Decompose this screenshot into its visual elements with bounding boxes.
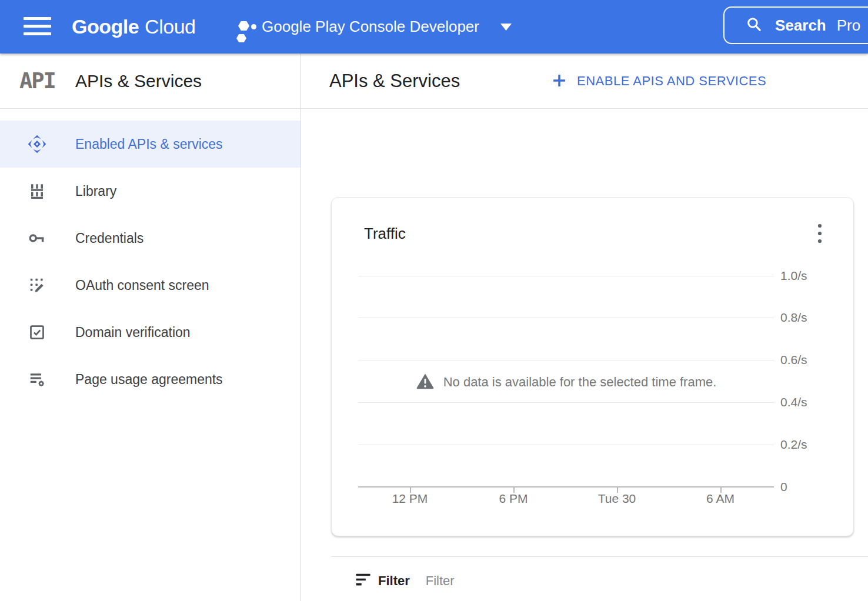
- y-tick-label: 0.2/s: [780, 437, 807, 452]
- divider: [331, 556, 868, 557]
- warning-icon: [416, 372, 435, 392]
- sidebar-item-credentials[interactable]: Credentials: [0, 215, 301, 262]
- y-tick-label: 0.6/s: [780, 352, 807, 368]
- api-product-logo: API: [19, 68, 75, 94]
- chevron-down-icon[interactable]: [500, 24, 512, 31]
- search-icon: [746, 16, 762, 35]
- filter-list-icon: [355, 573, 371, 589]
- sidebar-item-label: Enabled APIs & services: [75, 136, 223, 152]
- main-header: APIs & Services ENABLE APIS AND SERVICES: [301, 54, 868, 109]
- enable-apis-and-services-button[interactable]: ENABLE APIS AND SERVICES: [551, 54, 766, 109]
- page-usage-agreements-icon: [27, 369, 47, 389]
- gridline: [358, 276, 774, 276]
- app-bar: Google Cloud Google Play Console Develop…: [0, 0, 868, 54]
- y-tick-label: 1.0/s: [780, 268, 807, 283]
- google-cloud-logo[interactable]: Google Cloud: [72, 0, 195, 54]
- filter-input[interactable]: [426, 573, 673, 589]
- sidebar-title: APIs & Services: [75, 71, 202, 91]
- search-bar[interactable]: Search Pro: [723, 6, 868, 44]
- gridline: [358, 360, 774, 360]
- x-tick-label: 12 PM: [380, 492, 439, 506]
- chart-empty-message: No data is available for the selected ti…: [443, 375, 717, 390]
- y-tick-label: 0.8/s: [780, 310, 807, 325]
- gridline: [358, 445, 774, 445]
- sidebar-item-library[interactable]: Library: [0, 168, 301, 215]
- kebab-menu-icon[interactable]: [810, 222, 829, 245]
- y-tick-label: 0: [780, 479, 787, 495]
- search-label: Search: [775, 16, 826, 35]
- gridline: [358, 318, 774, 318]
- y-tick-label: 0.4/s: [780, 395, 807, 410]
- sidebar-item-label: Page usage agreements: [75, 372, 223, 388]
- oauth-consent-icon: [27, 275, 47, 295]
- sidebar-menu: Enabled APIs & services Library: [0, 109, 301, 403]
- key-icon: [27, 228, 47, 248]
- x-axis-line: [358, 486, 774, 488]
- main-content: APIs & Services ENABLE APIS AND SERVICES…: [301, 54, 868, 601]
- sidebar-item-domain-verification[interactable]: Domain verification: [0, 309, 301, 356]
- sidebar-item-page-usage-agreements[interactable]: Page usage agreements: [0, 356, 301, 403]
- plus-icon: [551, 72, 567, 91]
- sidebar-item-label: Domain verification: [75, 325, 191, 340]
- chart-empty-state: No data is available for the selected ti…: [358, 370, 774, 394]
- sidebar-header: API APIs & Services: [0, 54, 301, 109]
- x-tick-label: Tue 30: [587, 492, 646, 506]
- traffic-card-title: Traffic: [364, 225, 406, 243]
- sidebar-item-label: Credentials: [75, 231, 143, 246]
- brand-cloud: Cloud: [145, 15, 195, 38]
- domain-verification-icon: [27, 322, 47, 342]
- enable-button-label: ENABLE APIS AND SERVICES: [577, 74, 766, 89]
- library-icon: [27, 181, 47, 201]
- sidebar-item-enabled-apis[interactable]: Enabled APIs & services: [0, 121, 301, 168]
- sidebar: API APIs & Services Enabled APIs & servi…: [0, 54, 301, 601]
- sidebar-item-oauth-consent[interactable]: OAuth consent screen: [0, 262, 301, 309]
- brand-google: Google: [72, 15, 139, 38]
- sidebar-item-label: Library: [75, 183, 116, 199]
- project-selector[interactable]: Google Play Console Developer: [262, 0, 479, 54]
- search-label-rest: Pro: [837, 16, 860, 35]
- x-tick-label: 6 AM: [691, 492, 750, 506]
- filter-label: Filter: [378, 573, 410, 589]
- google-cloud-console-page: Google Cloud Google Play Console Develop…: [0, 0, 868, 601]
- filter-row: Filter: [355, 570, 673, 592]
- project-hexagons-icon: [235, 19, 258, 44]
- traffic-card: Traffic 1.0/s 0.8/s 0.6/s 0.4/s 0.2/s 0: [331, 197, 854, 536]
- sidebar-item-label: OAuth consent screen: [75, 278, 209, 293]
- gridline: [358, 402, 774, 403]
- hamburger-menu-icon[interactable]: [24, 17, 52, 35]
- enabled-apis-icon: [27, 134, 47, 154]
- x-tick-label: 6 PM: [484, 492, 543, 506]
- page-title: APIs & Services: [329, 54, 460, 109]
